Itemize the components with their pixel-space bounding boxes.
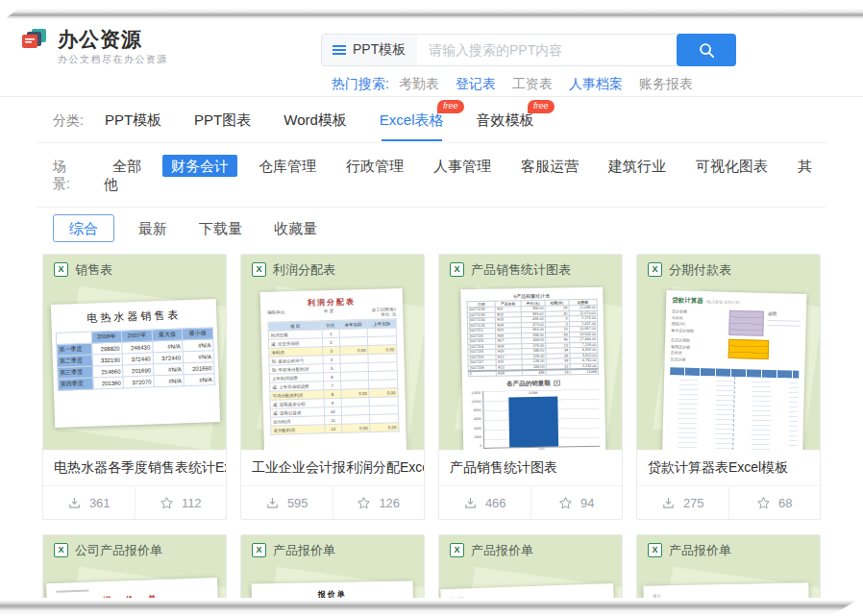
card-preview-thumbnail[interactable]: 电热水器销售表2006年2007年最大值最小值第一季度298820246430#… xyxy=(43,284,226,450)
favorite-count-value: 94 xyxy=(580,496,594,510)
card-preview-thumbnail[interactable]: 报价单甲方乙方序号产品名称生产厂家产品规格单价数量单位金额小计 xyxy=(241,565,424,598)
card-title-link[interactable]: 电热水器各季度销售表统计Exc... xyxy=(43,450,226,485)
preview-sheet-title: 电热水器销售表 xyxy=(55,307,212,327)
excel-file-icon xyxy=(54,262,68,277)
card-header: 产品销售统计图表 xyxy=(439,255,622,284)
card-header: 分期付款表 xyxy=(637,255,820,284)
chart-bar: 11088 xyxy=(509,396,558,447)
search-icon xyxy=(698,41,716,60)
logo-text: 办公资源 办公文档尽在办公资源 xyxy=(58,28,168,66)
card-header: 产品报价单 xyxy=(241,535,424,565)
hot-search-keywords: 考勤表登记表工资表人事档案账务报表 xyxy=(399,76,709,93)
category-tab[interactable]: Word模板 xyxy=(284,111,347,128)
template-card[interactable]: 公司产品报价单 报 价 单致:一、产品、报价产品名称规格及说明数量(单位: 套)… xyxy=(42,534,227,598)
template-card[interactable]: 产品报价单 编号:产品报价单致(客户):客户单位:报价日期:联 系 人:联系电话… xyxy=(636,534,821,598)
download-count-value: 595 xyxy=(287,496,308,510)
hot-search-keyword[interactable]: 人事档案 xyxy=(569,76,623,91)
card-header: 销售表 xyxy=(43,255,226,284)
scene-tab[interactable]: 客服运营 xyxy=(512,155,587,177)
card-category-name: 产品报价单 xyxy=(669,542,731,559)
preview-paper: 利润分配表编制单位:年 度会工02附表1单位: 元项 目行次本年实际上年实际利润… xyxy=(260,288,407,450)
card-header: 产品报价单 xyxy=(637,535,820,565)
search-button[interactable] xyxy=(677,34,736,66)
card-preview-thumbnail[interactable]: 报价编号:智能屏产品报价单客户名称:报 价 人:联 系 人:业务联系人:客户地址… xyxy=(439,565,622,598)
page-curl-top-decoration xyxy=(0,0,863,21)
template-card[interactable]: 产品报价单 报价单甲方乙方序号产品名称生产厂家产品规格单价数量单位金额小计 xyxy=(240,534,425,598)
star-icon xyxy=(160,496,174,510)
sort-option[interactable]: 收藏量 xyxy=(274,220,317,236)
card-title-link[interactable]: 贷款计算器表Excel模板 xyxy=(637,450,820,485)
scene-filter-row: 场景: 全部财务会计仓库管理行政管理人事管理客服运营建筑行业可视化图表其他 xyxy=(37,143,826,208)
favorite-count: 112 xyxy=(135,486,227,519)
template-card[interactable]: 产品报价单 报价编号:智能屏产品报价单客户名称:报 价 人:联 系 人:业务联系… xyxy=(438,534,623,598)
category-filter-row: 分类: PPT模板PPT图表Word模板Excel表格free音效模板free xyxy=(37,97,826,143)
free-badge: free xyxy=(437,100,464,113)
loan-result-block xyxy=(728,339,770,359)
template-card[interactable]: 产品销售统计图表 6产品销量统计表日期产品名称单价(元)销量(件)销量额2007… xyxy=(438,254,623,520)
preview-sheet-title: 报 价 单 xyxy=(57,591,209,598)
preview-paper: 报价单甲方乙方序号产品名称生产厂家产品规格单价数量单位金额小计 xyxy=(252,581,416,598)
scene-tab[interactable]: 财务会计 xyxy=(162,155,237,177)
site-tagline: 办公文档尽在办公资源 xyxy=(58,53,168,66)
preview-paper: 6产品销量统计表日期产品名称单价(元)销量(件)销量额2007/1/28A013… xyxy=(460,287,605,450)
template-card[interactable]: 销售表 电热水器销售表2006年2007年最大值最小值第一季度298820246… xyxy=(42,254,227,520)
scene-label: 场景: xyxy=(53,159,83,193)
search-category-label: PPT模板 xyxy=(353,41,406,59)
preview-sheet-title: 贷款计算器(输入数值 自动计算) xyxy=(672,296,801,308)
office-resource-page: 办公资源 办公文档尽在办公资源 PPT模板 热 xyxy=(0,21,863,598)
preview-stats-table: 日期产品名称单价(元)销量(件)销量额2007/1/28A01396.00281… xyxy=(467,299,599,377)
star-icon xyxy=(558,496,573,510)
template-card[interactable]: 利润分配表 利润分配表编制单位:年 度会工02附表1单位: 元项 目行次本年实际… xyxy=(240,254,425,520)
card-title-link[interactable]: 工业企业会计报利润分配Excel... xyxy=(241,450,424,485)
hot-search-keyword[interactable]: 登记表 xyxy=(456,76,496,91)
sort-option[interactable]: 下载量 xyxy=(199,220,242,236)
sort-option[interactable]: 最新 xyxy=(138,220,167,236)
scene-tab[interactable]: 建筑行业 xyxy=(600,155,675,177)
card-header: 产品报价单 xyxy=(439,535,622,565)
category-tab[interactable]: Excel表格free xyxy=(380,111,444,128)
preview-sheet-title: 报价单 xyxy=(259,588,406,598)
download-count-value: 361 xyxy=(89,496,111,510)
search-bar: PPT模板 xyxy=(321,34,736,66)
hot-search-label: 热门搜索: xyxy=(332,76,389,93)
scene-tab[interactable]: 行政管理 xyxy=(337,155,412,177)
download-count: 595 xyxy=(241,486,333,519)
star-icon xyxy=(357,496,371,510)
card-stats: 595 126 xyxy=(241,485,424,519)
card-preview-thumbnail[interactable]: 6产品销量统计表日期产品名称单价(元)销量(件)销量额2007/1/28A013… xyxy=(439,284,622,450)
card-category-name: 产品销售统计图表 xyxy=(471,261,571,279)
search-input[interactable] xyxy=(417,35,677,65)
card-preview-thumbnail[interactable]: 利润分配表编制单位:年 度会工02附表1单位: 元项 目行次本年实际上年实际利润… xyxy=(241,284,424,450)
card-title-link[interactable]: 产品销售统计图表 xyxy=(439,450,622,485)
card-preview-thumbnail[interactable]: 编号:产品报价单致(客户):客户单位:报价日期:联 系 人:联系电话(微信):客… xyxy=(637,565,820,598)
category-tab[interactable]: PPT图表 xyxy=(194,111,251,128)
scene-tab[interactable]: 人事管理 xyxy=(425,155,500,177)
favorite-count: 94 xyxy=(530,486,623,519)
card-category-name: 分期付款表 xyxy=(669,261,731,279)
category-tab[interactable]: PPT模板 xyxy=(105,111,161,128)
category-label: 分类: xyxy=(53,112,84,130)
card-stats: 466 94 xyxy=(439,485,622,519)
preview-chart-title: 各产品的销量额▾ xyxy=(468,378,599,388)
card-preview-thumbnail[interactable]: 贷款计算器(输入数值 自动计算)贷款金额年利率期限(年)每年还款期数说明总还款期… xyxy=(637,284,820,450)
page-curl-bottom-decoration xyxy=(0,598,863,616)
category-tab[interactable]: 音效模板free xyxy=(477,111,534,128)
hot-search-keyword[interactable]: 工资表 xyxy=(512,76,553,91)
star-icon xyxy=(756,496,771,510)
download-count: 466 xyxy=(439,486,530,519)
hot-search-keyword[interactable]: 账务报表 xyxy=(639,76,693,91)
scene-tab[interactable]: 仓库管理 xyxy=(250,155,325,177)
sort-option[interactable]: 综合 xyxy=(53,214,114,242)
download-icon xyxy=(661,496,676,510)
card-category-name: 销售表 xyxy=(75,261,112,279)
loan-input-block xyxy=(729,310,765,336)
hot-search-keyword[interactable]: 考勤表 xyxy=(399,76,439,91)
download-icon xyxy=(265,496,280,510)
template-card-grid: 销售表 电热水器销售表2006年2007年最大值最小值第一季度298820246… xyxy=(0,253,863,598)
card-preview-thumbnail[interactable]: 报 价 单致:一、产品、报价产品名称规格及说明数量(单位: 套)单价(元)金额(… xyxy=(43,565,226,598)
site-logo[interactable]: 办公资源 办公文档尽在办公资源 xyxy=(19,28,168,66)
favorite-count-value: 68 xyxy=(778,496,792,510)
search-category-dropdown[interactable]: PPT模板 xyxy=(322,35,417,65)
scene-tab[interactable]: 可视化图表 xyxy=(687,155,777,177)
template-card[interactable]: 分期付款表 贷款计算器(输入数值 自动计算)贷款金额年利率期限(年)每年还款期数… xyxy=(636,254,821,520)
